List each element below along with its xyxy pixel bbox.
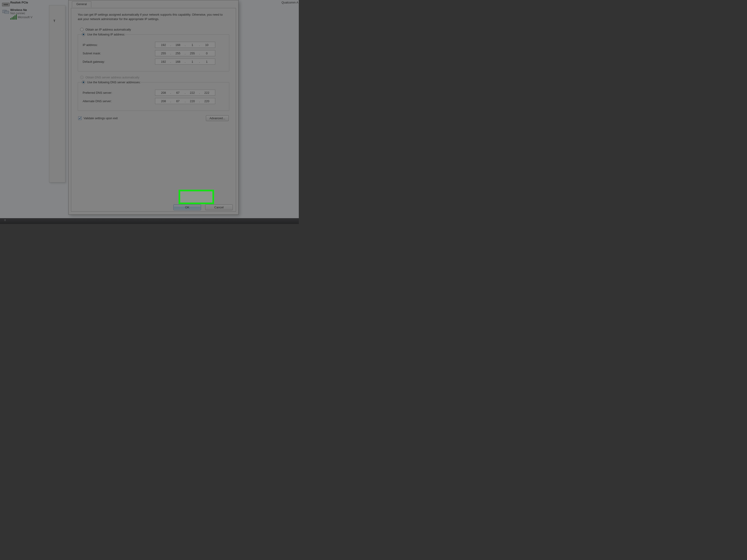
tab-general[interactable]: General <box>72 1 91 7</box>
ip-octet: 1 <box>186 60 198 63</box>
ip-octet: 168 <box>172 60 184 63</box>
ip-octet: 255 <box>172 52 184 55</box>
ip-octet: 0 <box>201 52 213 55</box>
ethernet-icon <box>2 1 10 7</box>
dialog-button-bar: OK Cancel <box>174 205 233 210</box>
button-label: OK <box>185 206 189 209</box>
radio-label: Use the following DNS server addresses: <box>87 81 141 84</box>
dns-server-group: Use the following DNS server addresses: … <box>78 80 229 111</box>
validate-settings-checkbox[interactable]: Validate settings upon exit <box>78 116 118 120</box>
svg-rect-3 <box>5 11 9 14</box>
adapter-title: Qualcomm A <box>282 1 298 4</box>
partial-text: T <box>53 19 55 23</box>
ip-octet: 1 <box>201 60 213 63</box>
ip-address-input[interactable]: 192. 168. 1. 10 <box>155 42 215 48</box>
taskbar-item[interactable]: ⠿ <box>4 219 6 222</box>
radio-use-following-dns[interactable]: Use the following DNS server addresses: <box>82 80 141 84</box>
checkbox-icon <box>78 116 82 120</box>
radio-label: Use the following IP address: <box>87 33 125 36</box>
radio-label: Obtain an IP address automatically <box>85 28 131 31</box>
cancel-button[interactable]: Cancel <box>205 205 233 210</box>
ip-octet: 1 <box>186 43 198 47</box>
default-gateway-input[interactable]: 192. 168. 1. 1 <box>155 59 215 64</box>
button-label: Advanced... <box>209 116 225 120</box>
intro-text: You can get IP settings assigned automat… <box>78 12 227 21</box>
default-gateway-label: Default gateway: <box>83 60 155 63</box>
svg-rect-1 <box>3 4 8 5</box>
subnet-mask-label: Subnet mask: <box>83 52 155 55</box>
ip-octet: 220 <box>186 99 198 103</box>
ip-address-group: Use the following IP address: IP address… <box>78 33 229 72</box>
ip-address-label: IP address: <box>83 43 155 47</box>
preferred-dns-label: Preferred DNS server: <box>83 91 155 95</box>
ip-octet: 222 <box>186 91 198 95</box>
ip-octet: 208 <box>158 91 169 95</box>
ip-octet: 192 <box>158 60 169 63</box>
ip-octet: 10 <box>201 43 213 47</box>
properties-window: T <box>49 5 66 183</box>
wifi-bars-icon <box>2 8 10 15</box>
list-item[interactable]: Realtek PCIe <box>2 1 49 7</box>
ip-octet: 255 <box>186 52 198 55</box>
button-label: Cancel <box>214 206 224 209</box>
ok-button[interactable]: OK <box>174 205 201 210</box>
ip-octet: 220 <box>201 99 213 103</box>
adapter-driver: Microsoft V <box>18 16 32 19</box>
subnet-mask-input[interactable]: 255. 255. 255. 0 <box>155 50 215 56</box>
adapter-list: Realtek PCIe Wireless Ne Not connec Micr… <box>2 0 49 21</box>
ip-octet: 168 <box>172 43 184 47</box>
list-item[interactable]: Wireless Ne Not connec Microsoft V <box>2 8 49 20</box>
ip-octet: 222 <box>201 91 213 95</box>
adapter-status: Not connec <box>10 12 32 15</box>
adapter-title: Wireless Ne <box>10 8 32 12</box>
radio-obtain-dns-auto: Obtain DNS server address automatically <box>80 76 229 79</box>
ip-octet: 67 <box>172 91 184 95</box>
preferred-dns-input[interactable]: 208. 67. 222. 222 <box>155 89 215 96</box>
tab-label: General <box>76 3 87 6</box>
ip-octet: 208 <box>158 99 169 103</box>
radio-use-following-ip[interactable]: Use the following IP address: <box>82 33 125 36</box>
checkbox-label: Validate settings upon exit <box>83 117 118 120</box>
ip-octet: 255 <box>158 52 169 55</box>
radio-obtain-ip-auto[interactable]: Obtain an IP address automatically <box>80 28 229 31</box>
adapter-title: Realtek PCIe <box>10 1 28 4</box>
ipv4-properties-dialog: General You can get IP settings assigned… <box>69 0 238 215</box>
alternate-dns-input[interactable]: 208. 67. 220. 220 <box>155 98 215 104</box>
radio-label: Obtain DNS server address automatically <box>85 76 139 79</box>
alternate-dns-label: Alternate DNS server: <box>83 99 155 103</box>
signal-bars-icon <box>10 15 17 20</box>
tab-panel: You can get IP settings assigned automat… <box>71 8 236 212</box>
radio-icon <box>82 80 85 84</box>
advanced-button[interactable]: Advanced... <box>206 115 229 121</box>
taskbar[interactable]: ⠿ <box>0 218 299 224</box>
ip-octet: 192 <box>158 43 169 47</box>
ip-octet: 67 <box>172 99 184 103</box>
radio-icon <box>82 33 85 36</box>
radio-icon <box>80 28 83 31</box>
radio-icon <box>80 76 83 79</box>
